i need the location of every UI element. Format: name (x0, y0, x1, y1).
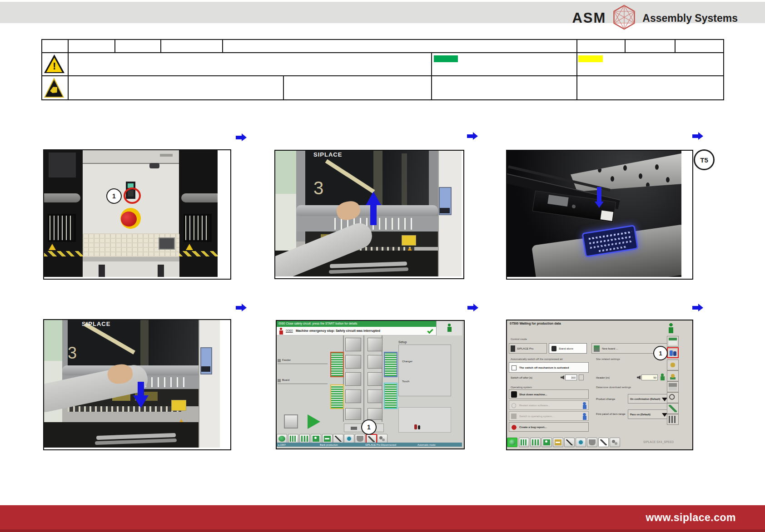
down-arrow-head (595, 202, 604, 208)
down-arrow-shaft (138, 382, 144, 396)
bug-report-button: Create a bug report... (509, 422, 589, 432)
glass-reflection (275, 151, 296, 194)
underline (278, 384, 328, 384)
sidebar-alarm-button (667, 370, 679, 381)
machine-leg (158, 265, 164, 277)
speaker-icon (637, 375, 641, 379)
machine-rail (44, 193, 80, 202)
speaker-icon (561, 375, 564, 379)
drill-hole (598, 167, 601, 172)
new-board-label: New board ... (602, 347, 618, 350)
touchpad (159, 237, 175, 250)
info-icon (668, 323, 674, 333)
segment-tile (368, 389, 382, 403)
step-arrow-icon (236, 133, 247, 141)
screen-title: 07500 Waiting for production data (510, 322, 561, 325)
photo-power-switch: 1 (43, 149, 231, 280)
product-change-value: On confirmation (Default) (630, 398, 660, 400)
toolbar-help-button (322, 434, 333, 443)
toolbar-service-button-pressed (598, 438, 609, 447)
status-connection: SIPLACE Pro Disconnected (365, 443, 396, 446)
segment-tile (368, 408, 382, 420)
drill-hole (666, 177, 670, 182)
underline (278, 364, 328, 364)
photo-station-screen: 0060 Close safety circuit: press the STA… (276, 320, 465, 449)
warning-exclamation: ! (53, 60, 56, 72)
restart-icon (512, 403, 516, 408)
siplace-pro-button: SIPLACE Pro (509, 343, 547, 354)
sidebar-users-button-highlighted (667, 347, 679, 358)
up-arrow-head (366, 192, 381, 205)
step-arrow-icon (467, 132, 478, 140)
segment-tile (345, 408, 361, 420)
switch-os-label: Switch to operating system... (519, 415, 554, 418)
device-screw (571, 204, 576, 208)
status-mode: Automatic mode (417, 443, 436, 446)
hood-handle-rail (296, 205, 438, 216)
toolbar-graph-button (564, 438, 575, 447)
toolbar-settings-button (610, 438, 620, 447)
first-panel-dropdown: Pass on (Default) (628, 409, 670, 419)
gantry-number: 3 (68, 344, 77, 363)
siplace-url: www.siplace.com (646, 512, 736, 524)
start-play-icon (308, 414, 320, 429)
step-arrow-icon (236, 304, 247, 311)
segment-tile (345, 372, 361, 386)
down-arrow-shaft (597, 187, 601, 202)
asm-hexagon-icon (612, 5, 636, 32)
board-label-icon (278, 379, 281, 382)
feeder-bank-blue (384, 352, 397, 377)
side-cabinet (199, 320, 220, 448)
switch-off-checkbox-row: The switch off mechanism is activated (509, 362, 589, 373)
device-white-tag (601, 210, 614, 221)
side-panel (398, 407, 451, 433)
switch-os-icon (511, 414, 517, 419)
header-value: 90 (653, 376, 656, 379)
feeder-bank-yellow (330, 384, 344, 409)
header-m-label: Header [m] (596, 376, 610, 379)
drill-hole (623, 165, 627, 171)
user-figure-icon (582, 402, 587, 409)
site-settings-label: Site related settings (596, 358, 620, 360)
table-divider (283, 76, 284, 99)
table-divider (576, 76, 577, 99)
display-slot (201, 366, 210, 372)
toolbar-operator-button (311, 434, 321, 443)
slide-page: ASM Assembly Systems (0, 0, 765, 532)
table-divider (576, 53, 577, 77)
toolbar-cleaning-button (587, 438, 597, 447)
machine-rail (181, 193, 218, 202)
sidebar-log-button (667, 336, 679, 347)
operator-figure-icon (418, 425, 420, 429)
siplace-wordmark: SIPLACE (82, 320, 110, 327)
drill-hole (646, 182, 650, 188)
step-1-marker: 1 (361, 419, 377, 435)
small-warning-triangle (186, 244, 193, 250)
label-text-row (599, 246, 626, 252)
up-arrow-shaft (370, 204, 377, 225)
toolbar-help-button (553, 438, 563, 447)
stand-alone-icon (551, 346, 556, 351)
info-icon (447, 324, 452, 332)
display-slot (440, 208, 450, 213)
footer-shade (0, 529, 765, 532)
table-divider (431, 53, 432, 77)
toolbar-camera-button (576, 438, 586, 447)
touch-label: Touch (402, 380, 409, 383)
step-arrow-icon (467, 304, 478, 311)
device-clamp (547, 195, 568, 207)
toolbar-operator-button (541, 438, 552, 447)
screen-titlebar: 0060 Close safety circuit: press the STA… (277, 321, 436, 327)
new-board-icon (594, 345, 600, 352)
photo-close-hood: SIPLACE 3 (43, 319, 231, 450)
photo-settings-screen: 07500 Waiting for production data Contro… (506, 320, 693, 450)
gantry-number: 3 (313, 178, 323, 198)
product-change-dropdown: On confirmation (Default) (628, 394, 670, 404)
feeder-bank-cyan (384, 383, 397, 409)
bug-report-label: Create a bug report... (519, 426, 546, 429)
segment-tile (345, 355, 361, 369)
changer-label: Changer (402, 360, 412, 363)
stop-button (284, 414, 298, 429)
light-streak (140, 320, 149, 365)
hazard-stripe (179, 251, 218, 256)
